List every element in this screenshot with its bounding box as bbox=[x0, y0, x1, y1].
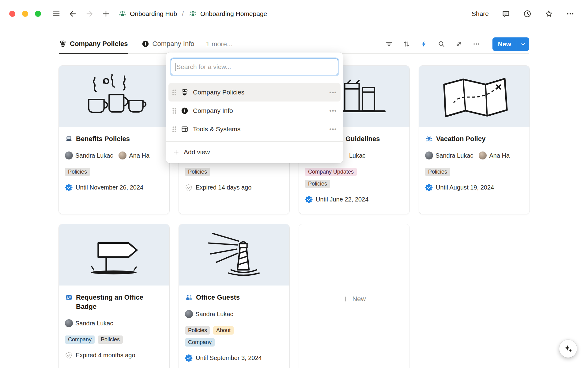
tag: Policies bbox=[425, 168, 450, 176]
new-page-icon[interactable] bbox=[102, 10, 110, 18]
filter-icon[interactable] bbox=[385, 40, 393, 48]
bee-icon bbox=[59, 40, 67, 48]
new-button[interactable]: New bbox=[492, 37, 529, 51]
tag-list: Policies bbox=[185, 168, 283, 176]
automation-lightning-icon[interactable] bbox=[420, 40, 428, 48]
tag-list: Company Policies bbox=[65, 335, 163, 344]
person-name: Sandra Lukac bbox=[75, 320, 113, 327]
tab-label: Company Policies bbox=[70, 40, 128, 48]
tag-list: Policies bbox=[305, 180, 403, 188]
status-text: Until August 19, 2024 bbox=[436, 184, 494, 191]
card-cover-mugs bbox=[59, 66, 169, 127]
person-name: Ana Ha bbox=[489, 152, 510, 159]
tag: About bbox=[213, 326, 234, 335]
card-title: Vacation Policy bbox=[436, 134, 485, 144]
breadcrumb: Onboarding Hub / Onboarding Homepage bbox=[118, 10, 267, 18]
card-cover-signpost bbox=[59, 224, 169, 286]
view-menu-item-label: Company Policies bbox=[193, 89, 325, 96]
chevron-down-icon[interactable] bbox=[517, 37, 529, 51]
minimize-window-button[interactable] bbox=[22, 11, 28, 17]
sidebar-menu-icon[interactable] bbox=[52, 10, 61, 18]
verified-badge-icon bbox=[305, 196, 313, 203]
status-row: Until September 3, 2024 bbox=[185, 354, 283, 362]
forward-icon[interactable] bbox=[85, 10, 94, 18]
card-office-guests[interactable]: Office Guests Sandra Lukac Policies Abou… bbox=[179, 224, 289, 368]
tag: Policies bbox=[98, 335, 123, 344]
status-text: Until November 26, 2024 bbox=[76, 184, 143, 191]
person-list: Sandra Lukac bbox=[65, 319, 163, 327]
tag: Policies bbox=[65, 168, 90, 176]
add-view-button[interactable]: Add view bbox=[166, 144, 343, 161]
status-row: Until August 19, 2024 bbox=[425, 184, 523, 191]
person-list: Sandra Lukac Ana Ha bbox=[425, 151, 523, 159]
tab-company-policies[interactable]: Company Policies bbox=[59, 35, 128, 54]
header-actions: Share bbox=[472, 10, 575, 18]
menu-divider bbox=[166, 141, 343, 142]
tag-list: Company bbox=[185, 338, 283, 347]
card-benefits-policies[interactable]: Benefits Policies Sandra Lukac Ana Ha Po… bbox=[59, 66, 169, 214]
search-icon[interactable] bbox=[438, 40, 445, 48]
view-search-input[interactable]: Search for a view... bbox=[171, 59, 338, 75]
breadcrumb-current[interactable]: Onboarding Homepage bbox=[200, 10, 267, 17]
item-options-button[interactable]: ••• bbox=[330, 107, 337, 114]
tag-list: Policies bbox=[65, 168, 163, 176]
tag: Policies bbox=[185, 168, 210, 176]
close-window-button[interactable] bbox=[9, 11, 15, 17]
sparkle-icon bbox=[564, 344, 573, 353]
plus-icon bbox=[173, 149, 179, 155]
view-options-icon[interactable] bbox=[473, 40, 480, 48]
card-requesting-office-badge[interactable]: Requesting an Office Badge Sandra Lukac … bbox=[59, 224, 169, 368]
back-icon[interactable] bbox=[69, 10, 77, 18]
tag: Company bbox=[65, 335, 95, 344]
person-name: Sandra Lukac bbox=[435, 152, 473, 159]
zoom-window-button[interactable] bbox=[35, 11, 41, 17]
breadcrumb-separator: / bbox=[182, 10, 184, 17]
tab-label: Company Info bbox=[153, 40, 194, 48]
item-options-button[interactable]: ••• bbox=[330, 89, 337, 96]
ai-assistant-button[interactable] bbox=[559, 340, 577, 358]
item-options-button[interactable]: ••• bbox=[330, 126, 337, 132]
tab-company-info[interactable]: Company Info bbox=[141, 35, 194, 54]
comments-icon[interactable] bbox=[502, 10, 510, 18]
tag: Policies bbox=[185, 326, 210, 335]
avatar bbox=[479, 151, 487, 159]
card-vacation-policy[interactable]: Vacation Policy Sandra Lukac Ana Ha Poli… bbox=[419, 66, 530, 214]
history-clock-icon[interactable] bbox=[523, 10, 532, 18]
add-view-label: Add view bbox=[184, 148, 210, 156]
badge-card-icon bbox=[65, 293, 73, 301]
person-name: Lukac bbox=[349, 152, 365, 159]
avatar bbox=[119, 151, 126, 159]
info-icon bbox=[181, 107, 189, 115]
view-menu-item-tools-systems[interactable]: Tools & Systems ••• bbox=[168, 120, 341, 138]
verified-badge-icon bbox=[65, 184, 73, 191]
view-menu-item-label: Company Info bbox=[193, 107, 325, 114]
view-menu-item-label: Tools & Systems bbox=[193, 125, 325, 133]
card-title: Office Guests bbox=[196, 293, 240, 302]
two-people-icon bbox=[185, 293, 193, 301]
view-menu-item-company-info[interactable]: Company Info ••• bbox=[168, 102, 341, 120]
tag: Company Updates bbox=[305, 168, 357, 176]
person-name: Sandra Lukac bbox=[75, 152, 113, 159]
new-card-button[interactable]: New bbox=[299, 224, 409, 368]
sort-icon[interactable] bbox=[403, 40, 410, 48]
person-name: Ana Ha bbox=[129, 152, 149, 159]
tab-more-views[interactable]: 1 more... bbox=[206, 40, 232, 48]
tag: Policies bbox=[305, 180, 330, 188]
breadcrumb-root[interactable]: Onboarding Hub bbox=[130, 10, 177, 17]
view-menu-item-company-policies[interactable]: Company Policies ••• bbox=[168, 83, 341, 102]
share-button[interactable]: Share bbox=[472, 10, 489, 17]
status-text: Until June 22, 2024 bbox=[316, 196, 368, 203]
verified-badge-icon bbox=[185, 354, 193, 362]
more-options-icon[interactable] bbox=[566, 10, 575, 18]
status-row: Until November 26, 2024 bbox=[65, 184, 163, 191]
status-text: Expired 4 months ago bbox=[76, 352, 135, 359]
status-row: Expired 14 days ago bbox=[185, 184, 283, 191]
view-switcher-menu: Search for a view... Company Policies ••… bbox=[166, 52, 343, 163]
drag-handle-icon[interactable] bbox=[172, 108, 176, 114]
tag-list: Policies bbox=[425, 168, 523, 176]
drag-handle-icon[interactable] bbox=[172, 89, 176, 96]
expand-icon[interactable] bbox=[455, 40, 463, 48]
drag-handle-icon[interactable] bbox=[172, 126, 176, 132]
favorite-star-icon[interactable] bbox=[545, 10, 553, 18]
view-toolbar-actions: New bbox=[385, 37, 529, 51]
